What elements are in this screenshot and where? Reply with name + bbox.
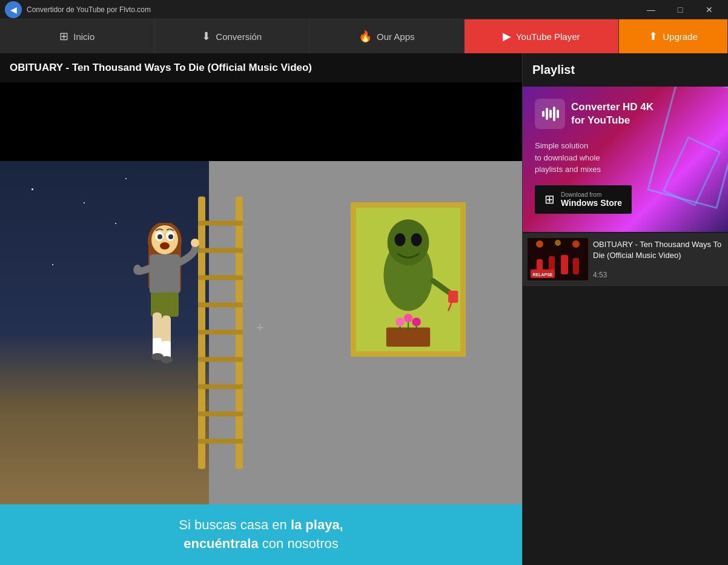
svg-rect-22 xyxy=(198,357,243,362)
tab-inicio[interactable]: ⊞ Inicio xyxy=(0,19,155,53)
main-content: OBITUARY - Ten Thousand Ways To Die (Off… xyxy=(0,53,728,565)
ad-title-line2: for YouTube xyxy=(571,114,654,127)
close-button[interactable]: ✕ xyxy=(695,1,723,18)
svg-rect-18 xyxy=(198,248,243,253)
sidebar: Playlist Converter HD 4K for YouTu xyxy=(522,53,728,565)
minimize-button[interactable]: — xyxy=(637,1,665,18)
svg-point-50 xyxy=(536,240,543,248)
tab-youtube-player[interactable]: ▶ YouTube Player xyxy=(465,19,620,53)
svg-rect-8 xyxy=(386,328,430,347)
tab-player-label: YouTube Player xyxy=(516,31,580,42)
tab-inicio-label: Inicio xyxy=(73,31,94,42)
upgrade-label: Upgrade xyxy=(663,31,698,42)
ad-waveform-icon xyxy=(535,99,565,129)
svg-point-43 xyxy=(151,353,164,360)
tab-apps-label: Our Apps xyxy=(377,31,415,42)
svg-rect-23 xyxy=(198,385,243,389)
svg-rect-46 xyxy=(549,110,552,118)
playlist-title: Playlist xyxy=(523,53,728,87)
svg-point-52 xyxy=(572,240,580,248)
svg-rect-44 xyxy=(542,111,544,117)
maximize-button[interactable]: □ xyxy=(666,1,694,18)
svg-rect-47 xyxy=(553,107,555,121)
video-title: OBITUARY - Ten Thousand Ways To Die (Off… xyxy=(0,53,522,82)
playlist-item-title: OBITUARY - Ten Thousand Ways To Die (Off… xyxy=(593,239,723,261)
svg-rect-25 xyxy=(198,439,243,444)
svg-point-11 xyxy=(412,317,420,326)
player-icon: ▶ xyxy=(503,30,511,43)
svg-rect-17 xyxy=(198,221,243,226)
svg-point-4 xyxy=(411,233,422,246)
svg-point-51 xyxy=(555,240,561,246)
banner-text: Si buscas casa en la playa, encuéntrala … xyxy=(179,516,343,553)
svg-rect-48 xyxy=(557,110,559,118)
tab-upgrade[interactable]: ⬆ Upgrade xyxy=(619,19,728,53)
ad-title: Converter HD 4K for YouTube xyxy=(571,101,654,127)
svg-rect-55 xyxy=(561,255,568,274)
title-bar: ◀ Convertidor de YouTube por Flvto.com —… xyxy=(0,0,728,19)
tab-conversion-label: Conversión xyxy=(216,31,262,42)
playlist-thumb-image: RELAPSE xyxy=(528,238,588,280)
svg-point-34 xyxy=(160,242,170,249)
conversion-icon: ⬇ xyxy=(202,30,211,43)
svg-point-9 xyxy=(395,317,404,326)
svg-point-32 xyxy=(157,234,162,239)
apps-icon: 🔥 xyxy=(359,30,372,43)
svg-rect-56 xyxy=(573,258,579,274)
svg-rect-19 xyxy=(198,276,243,280)
banner-text-1: Si buscas casa en xyxy=(179,517,291,532)
svg-rect-20 xyxy=(198,303,243,308)
svg-point-29 xyxy=(151,225,178,254)
svg-point-36 xyxy=(191,239,199,247)
back-button[interactable]: ◀ xyxy=(5,1,22,18)
playlist-duration: 4:53 xyxy=(593,271,723,279)
video-area: OBITUARY - Ten Thousand Ways To Die (Off… xyxy=(0,53,522,565)
playlist-info: OBITUARY - Ten Thousand Ways To Die (Off… xyxy=(593,238,723,280)
nav-tabs: ⊞ Inicio ⬇ Conversión 🔥 Our Apps ▶ YouTu… xyxy=(0,19,728,53)
video-banner[interactable]: Si buscas casa en la playa, encuéntrala … xyxy=(0,504,522,565)
svg-rect-21 xyxy=(198,330,243,335)
svg-point-3 xyxy=(394,233,405,246)
banner-bold-1: la playa, xyxy=(291,517,343,532)
svg-point-2 xyxy=(387,219,429,265)
playlist-item[interactable]: RELAPSE OBITUARY - Ten Thousand Ways To … xyxy=(523,233,728,286)
svg-rect-24 xyxy=(198,412,243,417)
tab-our-apps[interactable]: 🔥 Our Apps xyxy=(309,19,465,53)
windows-logo-icon: ⊞ xyxy=(544,192,555,207)
sidebar-ad[interactable]: Converter HD 4K for YouTube Simple solut… xyxy=(523,87,728,232)
download-from-label: Download from xyxy=(561,191,622,198)
svg-rect-45 xyxy=(546,108,548,120)
video-player[interactable]: + xyxy=(0,82,522,504)
banner-text-2: con nosotros xyxy=(259,536,339,551)
inicio-icon: ⊞ xyxy=(59,30,68,43)
ad-title-line1: Converter HD 4K xyxy=(571,101,654,114)
svg-rect-35 xyxy=(150,254,180,294)
playlist-thumbnail: RELAPSE xyxy=(528,238,588,280)
svg-rect-6 xyxy=(448,291,458,303)
svg-point-10 xyxy=(404,314,412,322)
banner-bold-2: encuéntrala xyxy=(184,536,259,551)
download-store-button[interactable]: ⊞ Download from Windows Store xyxy=(535,185,632,214)
upgrade-icon: ⬆ xyxy=(649,30,658,43)
title-bar-left: ◀ Convertidor de YouTube por Flvto.com xyxy=(5,1,151,18)
svg-point-33 xyxy=(168,234,173,239)
window-controls: — □ ✕ xyxy=(637,1,723,18)
app-title: Convertidor de YouTube por Flvto.com xyxy=(27,5,151,14)
svg-text:RELAPSE: RELAPSE xyxy=(532,273,552,277)
download-store-label: Windows Store xyxy=(561,198,622,208)
tab-conversion[interactable]: ⬇ Conversión xyxy=(155,19,310,53)
